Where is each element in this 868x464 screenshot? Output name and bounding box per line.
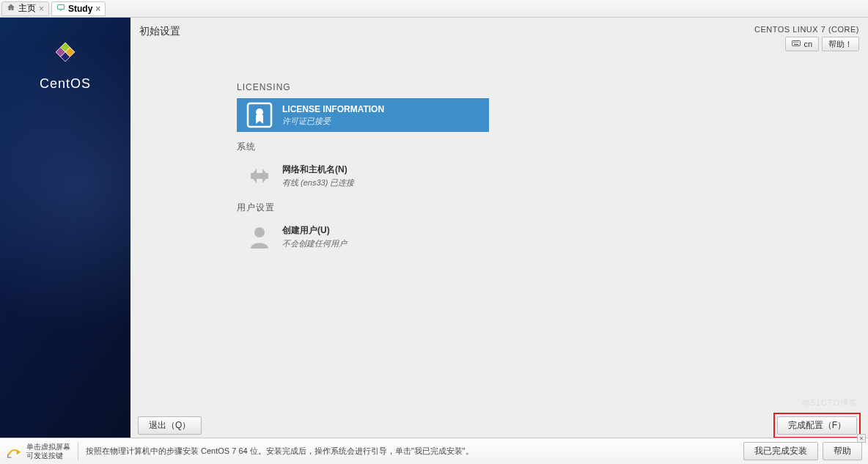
vmware-click-hint: 单击虚拟屏幕 可发送按键 <box>26 443 70 460</box>
svg-rect-12 <box>795 42 795 43</box>
vmware-help-button[interactable]: 帮助 <box>823 442 862 460</box>
svg-rect-15 <box>794 44 798 45</box>
spoke-user-sub: 不会创建任何用户 <box>282 238 347 249</box>
vmware-hint-bar: × 单击虚拟屏幕 可发送按键 按照在物理计算机中的步骤安装 CentOS 7 6… <box>0 438 868 464</box>
spoke-network-hostname[interactable]: 网络和主机名(N) 有线 (ens33) 已连接 <box>237 159 489 193</box>
tab-study-close[interactable]: × <box>95 4 100 13</box>
svg-rect-10 <box>792 41 801 46</box>
spoke-license-title: LICENSE INFORMATION <box>282 104 384 114</box>
app-tabbar: 主页 × Study × <box>0 0 868 18</box>
watermark-text: @51CTO博客 <box>802 397 858 408</box>
svg-rect-14 <box>798 42 798 43</box>
finish-button-highlight: 完成配置（F） <box>773 413 861 438</box>
svg-rect-11 <box>793 42 794 43</box>
tab-home-label: 主页 <box>18 2 36 15</box>
vm-icon <box>56 3 65 14</box>
svg-rect-13 <box>796 42 797 43</box>
network-icon <box>243 161 276 191</box>
svg-rect-1 <box>60 10 62 11</box>
spokes-container: LICENSING LICENSE INFORMATION 许可证已接受 系统 <box>130 60 868 254</box>
vmware-click-hint-line2: 可发送按键 <box>26 452 70 460</box>
spoke-network-sub: 有线 (ens33) 已连接 <box>282 177 354 188</box>
spoke-network-title: 网络和主机名(N) <box>282 163 354 176</box>
tab-home-close[interactable]: × <box>39 4 44 13</box>
svg-point-17 <box>256 108 263 116</box>
license-icon <box>243 100 276 130</box>
content-header: 初始设置 CENTOS LINUX 7 (CORE) cn 帮助！ <box>130 18 868 60</box>
user-icon <box>243 222 276 251</box>
vm-display-area: CentOS 初始设置 CENTOS LINUX 7 (CORE) cn 帮助！ <box>0 18 868 438</box>
finish-configuration-button[interactable]: 完成配置（F） <box>777 416 857 435</box>
help-button[interactable]: 帮助！ <box>822 37 859 51</box>
spoke-create-user[interactable]: 创建用户(U) 不会创建任何用户 <box>237 220 489 254</box>
help-button-label: 帮助！ <box>828 39 853 50</box>
keyboard-icon <box>792 40 801 48</box>
tab-home[interactable]: 主页 × <box>1 1 49 16</box>
cursor-bounce-icon <box>6 443 22 460</box>
section-system-heading: 系统 <box>237 141 868 153</box>
installer-content: 初始设置 CENTOS LINUX 7 (CORE) cn 帮助！ <box>130 18 868 438</box>
svg-rect-0 <box>58 5 65 10</box>
spoke-license-sub: 许可证已接受 <box>282 116 384 127</box>
vmware-click-hint-line1: 单击虚拟屏幕 <box>26 443 70 452</box>
installer-sidebar: CentOS <box>0 18 130 438</box>
done-install-button[interactable]: 我已完成安装 <box>743 442 818 460</box>
section-licensing-heading: LICENSING <box>237 82 868 92</box>
section-user-heading: 用户设置 <box>237 202 868 214</box>
installer-footer: 退出（Q） 完成配置（F） <box>130 413 868 438</box>
spoke-user-title: 创建用户(U) <box>282 224 347 237</box>
vmware-install-instruction: 按照在物理计算机中的步骤安装 CentOS 7 64 位。安装完成后，操作系统会… <box>86 446 474 457</box>
svg-point-18 <box>254 227 265 237</box>
spoke-license-information[interactable]: LICENSE INFORMATION 许可证已接受 <box>237 98 489 132</box>
page-title: 初始设置 <box>139 25 180 38</box>
tab-study[interactable]: Study × <box>51 1 106 16</box>
centos-logo-icon <box>49 36 81 70</box>
keyboard-layout-button[interactable]: cn <box>785 37 819 51</box>
tab-study-label: Study <box>68 4 92 14</box>
keyboard-layout-code: cn <box>803 40 812 48</box>
centos-brand-text: CentOS <box>40 76 91 92</box>
vmware-bar-separator <box>78 442 78 461</box>
home-icon <box>7 3 15 14</box>
product-name: CENTOS LINUX 7 (CORE) <box>754 25 859 34</box>
quit-button[interactable]: 退出（Q） <box>138 416 202 435</box>
